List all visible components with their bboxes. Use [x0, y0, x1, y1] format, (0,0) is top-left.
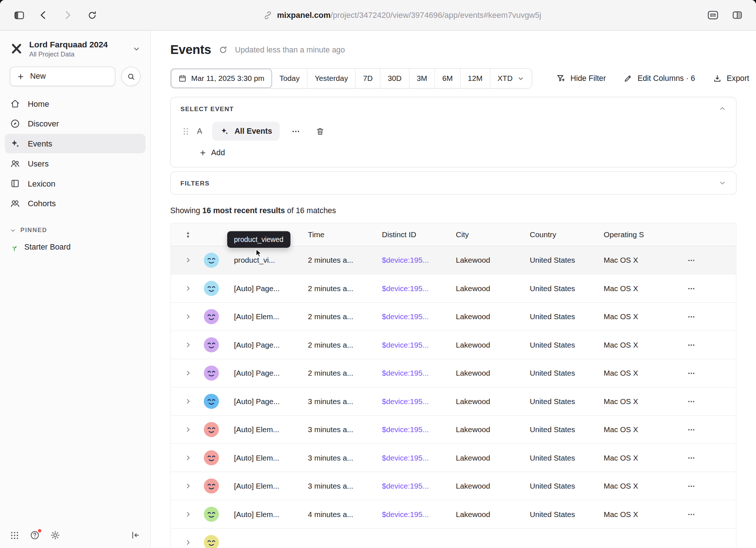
- time-cell: 2 minutes a...: [300, 369, 374, 377]
- expand-row-button[interactable]: [181, 309, 195, 324]
- range-xtd[interactable]: XTD: [490, 68, 532, 88]
- expand-row-button[interactable]: [181, 479, 195, 493]
- expand-row-button[interactable]: [181, 337, 195, 352]
- distinct-id-link[interactable]: $device:195...: [382, 340, 429, 349]
- row-actions-button[interactable]: [684, 506, 699, 522]
- back-button[interactable]: [33, 7, 54, 23]
- range-7d[interactable]: 7D: [356, 68, 381, 88]
- sidebar-item-users[interactable]: Users: [5, 154, 145, 173]
- table-row[interactable]: [Auto] Elem... 3 minutes a... $device:19…: [171, 444, 736, 472]
- export-button[interactable]: Export: [713, 74, 749, 83]
- country-cell: United States: [522, 482, 596, 490]
- distinct-id-link[interactable]: $device:195...: [382, 369, 429, 377]
- pinned-item-label: Starter Board: [24, 243, 71, 252]
- help-button[interactable]: [29, 530, 40, 540]
- date-picker-button[interactable]: Mar 11, 2025 3:30 pm: [171, 68, 272, 88]
- row-actions-button[interactable]: [684, 394, 699, 409]
- distinct-id-link[interactable]: $device:195...: [382, 284, 429, 292]
- range-30d[interactable]: 30D: [381, 68, 409, 88]
- settings-button[interactable]: [50, 530, 60, 540]
- distinct-id-link[interactable]: $device:195...: [382, 482, 429, 490]
- discover-icon: [10, 118, 20, 129]
- os-cell: Mac OS X: [596, 453, 670, 462]
- distinct-id-link[interactable]: $device:195...: [382, 453, 429, 462]
- range-12m[interactable]: 12M: [461, 68, 491, 88]
- expand-row-button[interactable]: [181, 535, 195, 548]
- range-3m[interactable]: 3M: [409, 68, 435, 88]
- pinned-item-starter-board[interactable]: Starter Board: [5, 238, 145, 257]
- range-yesterday[interactable]: Yesterday: [307, 68, 356, 88]
- col-header-city[interactable]: City: [448, 230, 522, 239]
- row-actions-button[interactable]: [684, 309, 699, 325]
- drag-handle-icon[interactable]: [182, 127, 189, 136]
- sidebar-item-discover[interactable]: Discover: [5, 114, 145, 133]
- home-icon: [10, 98, 20, 109]
- chevron-down-icon: [10, 227, 16, 234]
- add-event-button[interactable]: Add: [199, 148, 225, 157]
- row-actions-button[interactable]: [684, 253, 699, 268]
- page-customization-button[interactable]: [702, 7, 723, 23]
- distinct-id-link[interactable]: $device:195...: [382, 425, 429, 434]
- collapse-sidebar-button[interactable]: [130, 530, 141, 540]
- new-button[interactable]: New: [10, 67, 115, 86]
- event-more-button[interactable]: [288, 123, 304, 139]
- table-row[interactable]: [Auto] Elem... 2 minutes a... $device:19…: [171, 303, 736, 331]
- row-actions-button[interactable]: [684, 337, 699, 353]
- distinct-id-link[interactable]: $device:195...: [382, 312, 429, 321]
- expand-row-button[interactable]: [181, 366, 195, 380]
- edit-columns-button[interactable]: Edit Columns · 6: [623, 74, 695, 83]
- row-actions-button[interactable]: [684, 365, 699, 381]
- expand-row-button[interactable]: [181, 507, 195, 521]
- col-header-os[interactable]: Operating S: [596, 230, 670, 239]
- table-row[interactable]: [Auto] Page... 3 minutes a... $device:19…: [171, 387, 736, 415]
- project-subtitle: All Project Data: [29, 51, 108, 58]
- expand-row-button[interactable]: [181, 394, 195, 408]
- table-row[interactable]: [Auto] Page... 2 minutes a... $device:19…: [171, 274, 736, 302]
- search-button[interactable]: [121, 67, 141, 86]
- col-header-time[interactable]: Time: [300, 230, 374, 239]
- sidebar-item-cohorts[interactable]: Cohorts: [5, 194, 145, 213]
- address-bar[interactable]: mixpanel.com/project/3472420/view/397469…: [106, 11, 698, 20]
- distinct-id-link[interactable]: $device:195...: [382, 397, 429, 405]
- apps-grid-button[interactable]: [10, 530, 20, 540]
- expand-row-button[interactable]: [181, 450, 195, 465]
- split-view-button[interactable]: [727, 7, 747, 23]
- row-actions-button[interactable]: [684, 281, 699, 296]
- project-switcher[interactable]: Lord Farquaad 2024 All Project Data: [5, 36, 145, 61]
- col-header-collapse[interactable]: [171, 227, 196, 242]
- distinct-id-link[interactable]: $device:195...: [382, 510, 429, 518]
- expand-row-button[interactable]: [181, 253, 195, 267]
- delete-event-button[interactable]: [312, 123, 328, 139]
- forward-button[interactable]: [58, 7, 78, 23]
- event-name-cell: [Auto] Elem...: [226, 312, 300, 321]
- sidebar-item-home[interactable]: Home: [5, 94, 145, 113]
- table-row[interactable]: [Auto] Page... 2 minutes a... $device:19…: [171, 359, 736, 387]
- range-today[interactable]: Today: [272, 68, 307, 88]
- chevron-right-icon: [184, 426, 192, 433]
- table-row[interactable]: [Auto] Elem... 3 minutes a... $device:19…: [171, 472, 736, 500]
- expand-row-button[interactable]: [181, 281, 195, 295]
- browser-sidebar-toggle-button[interactable]: [9, 7, 29, 23]
- hide-filter-button[interactable]: Hide Filter: [556, 74, 606, 83]
- pinned-section-header[interactable]: PINNED: [10, 227, 141, 234]
- table-row[interactable]: [Auto] Elem... 4 minutes a... $device:19…: [171, 500, 736, 528]
- row-actions-button[interactable]: [684, 422, 699, 438]
- table-row[interactable]: [171, 529, 736, 548]
- row-actions-button[interactable]: [684, 450, 699, 466]
- expand-row-button[interactable]: [181, 422, 195, 437]
- range-6m[interactable]: 6M: [435, 68, 460, 88]
- os-cell: Mac OS X: [596, 312, 670, 321]
- sidebar-item-events[interactable]: Events: [5, 134, 145, 153]
- distinct-id-link[interactable]: $device:195...: [382, 256, 429, 264]
- col-header-distinct-id[interactable]: Distinct ID: [374, 230, 448, 239]
- filters-header[interactable]: FILTERS: [171, 172, 736, 194]
- table-row[interactable]: [Auto] Elem... 3 minutes a... $device:19…: [171, 416, 736, 444]
- col-header-country[interactable]: Country: [522, 230, 596, 239]
- table-row[interactable]: [Auto] Page... 2 minutes a... $device:19…: [171, 331, 736, 359]
- sidebar-item-lexicon[interactable]: Lexicon: [5, 174, 145, 193]
- select-event-header[interactable]: SELECT EVENT: [171, 97, 736, 120]
- refresh-button[interactable]: [218, 45, 228, 54]
- event-selector-button[interactable]: All Events: [212, 122, 280, 141]
- row-actions-button[interactable]: [684, 478, 699, 494]
- reload-button[interactable]: [82, 7, 102, 23]
